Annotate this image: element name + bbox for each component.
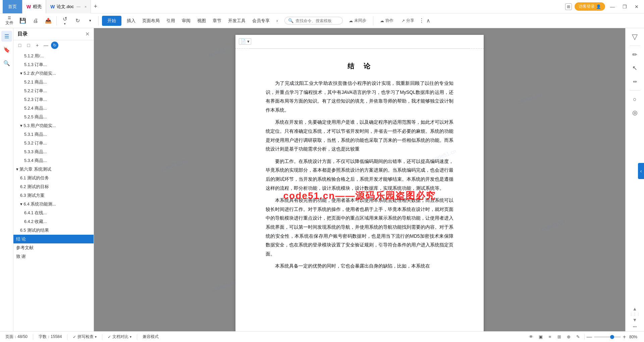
tab-close-btn[interactable]: ×	[85, 5, 87, 9]
undo-btn[interactable]: ↺ ▾	[59, 15, 71, 26]
toc-item-534[interactable]: 5.3.4 商品...	[13, 156, 94, 165]
toc-item-522[interactable]: 5.2.2 订单...	[13, 87, 94, 95]
save-btn[interactable]: 💾	[17, 17, 29, 24]
right-pen-btn[interactable]: ✏	[629, 49, 641, 61]
toc-item-525[interactable]: 5.2.5 商品...	[13, 113, 94, 121]
view-mobile-btn[interactable]: ⊕	[565, 333, 573, 341]
menu-reference[interactable]: 引用	[163, 16, 178, 26]
undo-arrow[interactable]: ▾	[64, 22, 66, 25]
toc-item-52[interactable]: ▾ 5.2 农户功能实...	[13, 69, 94, 78]
status-sep-1	[33, 334, 33, 340]
toolbar-collapse-btn[interactable]: ∧	[426, 17, 430, 24]
bookmark-icon-btn[interactable]: 🔖	[1, 44, 12, 55]
cloud-sync-btn[interactable]: ☁ 未同步	[346, 16, 369, 25]
doc-para-1: 为了完成沈阳工业大学助农扶贫微信小程序的设计实现，我重新回顾了以往的专业知识，并…	[266, 79, 453, 114]
view-edit-btn[interactable]: ✎	[574, 333, 582, 341]
menu-more[interactable]: ›	[273, 16, 281, 25]
toc-item-641[interactable]: 6.4.1 在线...	[13, 209, 94, 217]
tab-restore-btn[interactable]: —	[76, 4, 80, 9]
page-info[interactable]: 页面：48/50	[5, 334, 28, 340]
edge-expand-btn[interactable]: ‹	[638, 163, 644, 179]
toc-item-533[interactable]: 5.3.3 商品...	[13, 148, 94, 156]
ctrl-collapse-btn[interactable]: □	[25, 42, 32, 49]
more-toolbar-btn[interactable]: ▾	[84, 18, 96, 23]
ctrl-expand-btn[interactable]: □	[16, 42, 23, 49]
toc-item-ch6[interactable]: ▾ 第六章 系统测试	[13, 165, 94, 174]
outline-icon-btn[interactable]: ☰	[1, 31, 12, 42]
ctrl-refresh-btn[interactable]: ↻	[51, 42, 58, 49]
restore-btn[interactable]: ❐	[620, 2, 629, 11]
menu-view[interactable]: 视图	[194, 16, 209, 26]
minimize-btn[interactable]: —	[608, 2, 617, 11]
toc-item-532[interactable]: 5.3.2 订单...	[13, 139, 94, 148]
tab-add-btn[interactable]: +	[94, 3, 97, 10]
toc-item-refs[interactable]: 参考文献	[13, 243, 94, 252]
search-icon-btn[interactable]: 🔍	[1, 58, 12, 68]
menu-page-layout[interactable]: 页面布局	[139, 16, 163, 26]
zoom-slider[interactable]	[594, 336, 621, 338]
window-layout-btn[interactable]: ⊞	[565, 3, 572, 10]
ctrl-add-btn[interactable]: +	[34, 42, 41, 49]
close-btn[interactable]: ✕	[632, 2, 641, 11]
toc-item-642[interactable]: 6.4.2 收藏...	[13, 217, 94, 226]
collab-btn[interactable]: ☁ 协作	[377, 16, 396, 25]
toc-item-531[interactable]: 5.3.1 商品...	[13, 130, 94, 139]
toc-item-53[interactable]: ▾ 5.3 用户功能实...	[13, 121, 94, 130]
toc-item-513[interactable]: 5.1.3 订单...	[13, 60, 94, 69]
menu-review[interactable]: 审阅	[178, 16, 194, 26]
spell-check-btn[interactable]: ✓ 拼写检查 ▾	[73, 334, 97, 340]
share-btn[interactable]: ↗ 分享	[399, 16, 417, 25]
view-web-btn[interactable]: ⊞	[555, 333, 564, 341]
view-read-btn[interactable]: 👁	[527, 333, 535, 341]
search-input[interactable]	[296, 18, 339, 23]
toc-item-512[interactable]: 5.1.2 用/...	[13, 52, 94, 60]
toc-item-thanks[interactable]: 致 谢	[13, 252, 94, 261]
right-cursor-btn[interactable]: ↖	[629, 62, 641, 74]
toc-item-64[interactable]: ▾ 6.4 系统功能测...	[13, 200, 94, 209]
visitor-login-btn[interactable]: 访客登录 👤	[575, 2, 605, 11]
toolbar-more-btn[interactable]: ⋮	[419, 17, 424, 24]
redo-btn[interactable]: ↻	[71, 17, 84, 24]
print-btn[interactable]: 🖨	[30, 17, 42, 24]
compare-arrow[interactable]: ▾	[130, 335, 131, 339]
right-collapse-btn[interactable]: ⇔	[629, 75, 641, 88]
tab-wps[interactable]: W 稻壳	[22, 0, 46, 13]
wps-icon: W	[26, 4, 31, 9]
right-filter-btn[interactable]: ▽	[629, 31, 641, 43]
zoom-minus-btn[interactable]: —	[587, 334, 592, 340]
scroll-up-btn[interactable]: ▲	[633, 306, 637, 311]
zoom-plus-btn[interactable]: +	[623, 334, 626, 340]
page-options-btn[interactable]: 📄 ▾	[239, 38, 251, 45]
view-outline-btn[interactable]: ≡	[546, 333, 554, 341]
word-count[interactable]: 字数：15584	[39, 334, 62, 340]
toc-item-523[interactable]: 5.2.3 订单...	[13, 95, 94, 104]
ctrl-remove-btn[interactable]: —	[42, 42, 50, 49]
toc-item-521[interactable]: 5.2.1 商品...	[13, 78, 94, 87]
right-location-btn[interactable]: ◎	[629, 107, 641, 119]
more-options-icon[interactable]: •••	[633, 325, 637, 329]
sidebar-title: 目录	[17, 31, 28, 37]
menu-devtools[interactable]: 开发工具	[225, 16, 249, 26]
menu-chapter[interactable]: 章节	[209, 16, 225, 26]
scroll-down-btn[interactable]: ▼	[633, 317, 637, 323]
compat-mode[interactable]: 兼容模式	[143, 334, 159, 340]
toc-item-62[interactable]: 6.2 测试的目标	[13, 182, 94, 191]
doc-compare-btn[interactable]: ✓ 文档对比 ▾	[108, 334, 131, 340]
right-circle-btn[interactable]: ○	[629, 93, 641, 105]
toc-item-65[interactable]: 6.5 测试的结果	[13, 226, 94, 235]
tab-home[interactable]: 首页	[3, 0, 22, 13]
export-btn[interactable]: 📤	[42, 17, 54, 24]
save-icon: 💾	[19, 17, 26, 24]
menu-vip[interactable]: 会员专享	[249, 16, 273, 26]
view-print-btn[interactable]: ▣	[537, 333, 545, 341]
toc-item-524[interactable]: 5.2.4 商品...	[13, 104, 94, 113]
toc-item-61[interactable]: 6.1 测试的任务	[13, 174, 94, 182]
toc-item-conclusion[interactable]: 结 论	[13, 235, 94, 243]
menu-insert[interactable]: 插入	[123, 16, 139, 26]
tab-doc[interactable]: W 论文.doc — ×	[46, 0, 91, 13]
start-btn[interactable]: 开始	[102, 16, 121, 26]
file-menu[interactable]: ☰ 文件	[3, 15, 16, 26]
sidebar-close-btn[interactable]: ✕	[85, 31, 90, 37]
toc-item-63[interactable]: 6.3 测试方案	[13, 191, 94, 200]
spell-check-arrow[interactable]: ▾	[95, 335, 97, 339]
